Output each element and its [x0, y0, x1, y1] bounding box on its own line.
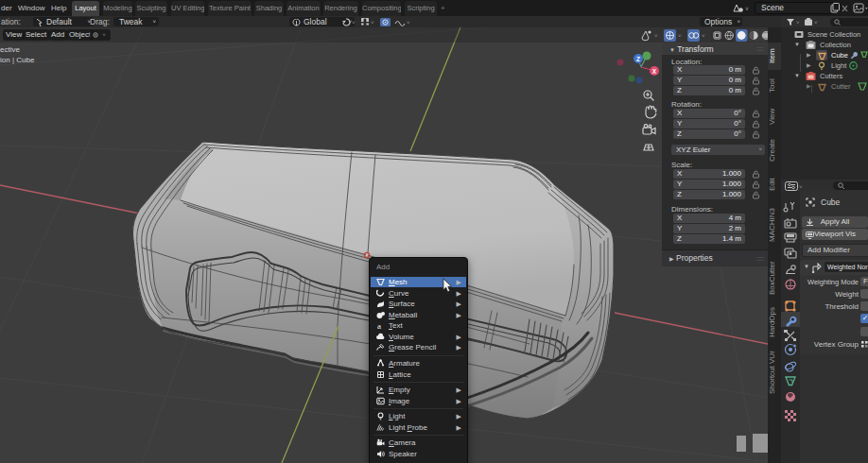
svg-text:Z: Z: [636, 56, 640, 62]
svg-text:˅: ˅: [407, 20, 410, 26]
svg-text:˅: ˅: [702, 33, 705, 39]
svg-text:˅: ˅: [745, 6, 749, 12]
svg-text:˅: ˅: [796, 20, 800, 26]
svg-text:˅: ˅: [371, 20, 374, 26]
svg-text:˅: ˅: [678, 33, 682, 39]
svg-text:a: a: [377, 321, 381, 330]
svg-text:˅: ˅: [103, 32, 106, 38]
svg-text:˅: ˅: [814, 20, 818, 26]
svg-text:˅: ˅: [654, 33, 658, 39]
svg-text:X: X: [652, 68, 657, 75]
svg-text:˅: ˅: [352, 20, 356, 26]
svg-text:˅: ˅: [799, 184, 803, 190]
